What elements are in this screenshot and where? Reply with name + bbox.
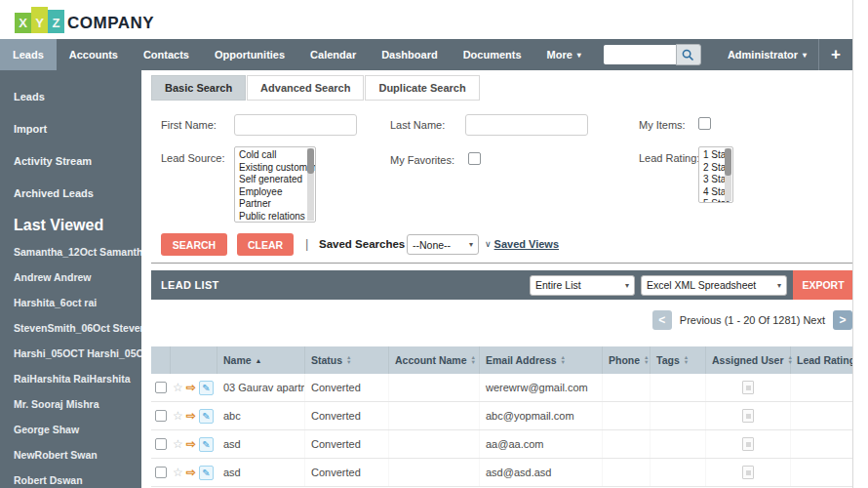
table-body: ☆ ⇨ ✎ 03 Gaurav apartment Converted were…: [151, 374, 852, 487]
panel-divider: [151, 263, 852, 264]
export-range-select[interactable]: Entire List ▾: [530, 275, 635, 296]
lead-source-listbox[interactable]: Cold callExisting customerSelf generated…: [234, 146, 316, 223]
user-menu[interactable]: Administrator ▾: [716, 39, 818, 70]
convert-lead-icon[interactable]: ⇨: [186, 437, 196, 451]
nav-item[interactable]: Opportunities: [202, 39, 297, 70]
lead-source-option[interactable]: Public relations: [239, 211, 315, 224]
saved-views-link[interactable]: ∨ Saved Views: [485, 238, 559, 250]
column-header-lead-rating[interactable]: Lead Rating ▲▼: [791, 346, 852, 374]
pagination: < Previous (1 - 20 Of 1281) Next >: [652, 310, 852, 330]
nav-item[interactable]: Accounts: [57, 39, 131, 70]
column-header-account-name[interactable]: Account Name ▲▼: [389, 346, 480, 374]
quick-create-button[interactable]: +: [819, 39, 852, 70]
cell-email[interactable]: aa@aa.com: [480, 430, 603, 458]
sort-ascending-icon: ▲: [256, 357, 262, 364]
last-viewed-item[interactable]: Harshita_6oct rai: [0, 290, 141, 315]
actions-column: [171, 346, 217, 374]
next-label[interactable]: Next: [803, 314, 825, 326]
search-button[interactable]: [676, 44, 701, 65]
navbar-right: Administrator ▾ +: [716, 39, 852, 70]
last-viewed-item[interactable]: NewRobert Swan: [0, 442, 141, 468]
nav-item-more[interactable]: More ▾: [534, 39, 594, 70]
nav-item[interactable]: Leads: [0, 39, 57, 70]
export-button[interactable]: EXPORT: [793, 270, 852, 300]
sort-icon: ▲▼: [471, 355, 476, 365]
last-viewed-item[interactable]: RaiHarshita RaiHarshita: [0, 366, 141, 391]
search-tab[interactable]: Advanced Search: [247, 75, 364, 101]
lead-source-option[interactable]: Cold call: [239, 149, 315, 162]
column-header-name[interactable]: Name ▲: [217, 346, 305, 374]
search-tab[interactable]: Basic Search: [151, 75, 246, 101]
favorite-star-icon[interactable]: ☆: [173, 381, 183, 394]
lead-rating-listbox[interactable]: 1 Star2 Star3 Star4 Star5 Star: [698, 146, 733, 203]
column-header-email-address[interactable]: Email Address ▲▼: [480, 346, 603, 374]
row-checkbox[interactable]: [155, 467, 167, 478]
previous-page-button[interactable]: <: [652, 310, 672, 330]
last-viewed-item[interactable]: StevenSmith_06Oct StevenS...: [0, 315, 141, 341]
last-name-input[interactable]: [465, 114, 588, 136]
sidebar-item[interactable]: Import: [0, 112, 141, 144]
my-favorites-checkbox[interactable]: [468, 152, 481, 165]
favorite-star-icon[interactable]: ☆: [173, 409, 183, 423]
lead-source-option[interactable]: Self generated: [239, 174, 315, 186]
last-viewed-item[interactable]: Harshi_05OCT Harshi_05OCT: [0, 341, 141, 366]
convert-lead-icon[interactable]: ⇨: [186, 409, 196, 423]
search-tab[interactable]: Duplicate Search: [365, 75, 479, 101]
favorite-star-icon[interactable]: ☆: [173, 437, 183, 451]
edit-icon[interactable]: ✎: [199, 437, 214, 452]
chevron-down-icon: ▾: [625, 281, 629, 290]
sidebar-item[interactable]: Activity Stream: [0, 144, 141, 177]
nav-item[interactable]: Dashboard: [369, 39, 450, 70]
row-checkbox[interactable]: [155, 438, 167, 450]
edit-icon[interactable]: ✎: [199, 381, 214, 395]
last-viewed-item[interactable]: Mr. Sooraj Mishra: [0, 391, 141, 417]
lead-source-option[interactable]: Employee: [239, 186, 315, 199]
search-submit-button[interactable]: SEARCH: [161, 233, 227, 256]
row-checkbox[interactable]: [155, 382, 167, 393]
top-header: X Y Z COMPANY: [0, 0, 852, 39]
listbox-scrollbar[interactable]: [725, 148, 731, 201]
row-actions: ☆ ⇨ ✎: [171, 374, 217, 401]
cell-email[interactable]: werewrw@gmail.com: [480, 374, 603, 401]
my-items-checkbox[interactable]: [698, 117, 711, 130]
company-logo[interactable]: X Y Z COMPANY: [15, 7, 154, 33]
lead-source-label: Lead Source:: [161, 152, 224, 164]
convert-lead-icon[interactable]: ⇨: [186, 381, 196, 394]
global-search-input[interactable]: [604, 45, 676, 64]
cell-email[interactable]: asd@asd.asd: [480, 459, 603, 486]
cell-email[interactable]: abc@yopmail.com: [480, 402, 603, 429]
last-viewed-item[interactable]: Andrew Andrew: [0, 264, 141, 290]
cell-name[interactable]: asd: [217, 459, 305, 486]
column-header-assigned-user[interactable]: Assigned User ▲▼: [706, 346, 791, 374]
column-header-tags[interactable]: Tags ▲▼: [651, 346, 706, 374]
listbox-scrollbar[interactable]: [307, 148, 314, 221]
sidebar-item[interactable]: Archived Leads: [0, 177, 141, 209]
clear-button[interactable]: CLEAR: [237, 233, 294, 256]
edit-icon[interactable]: ✎: [199, 466, 214, 480]
lead-source-option[interactable]: Existing customer: [239, 162, 315, 175]
column-header-phone[interactable]: Phone ▲▼: [603, 346, 651, 374]
chevron-down-icon: ∨: [485, 239, 492, 249]
edit-icon[interactable]: ✎: [199, 409, 214, 424]
last-viewed-item[interactable]: Samantha_12Oct Samantha_1...: [0, 239, 141, 264]
nav-item[interactable]: Documents: [451, 39, 534, 70]
last-viewed-item[interactable]: Robert Dswan: [0, 468, 141, 488]
saved-searches-select[interactable]: --None-- ▾: [407, 234, 479, 255]
nav-item[interactable]: Calendar: [297, 39, 369, 70]
export-format-select[interactable]: Excel XML Spreadsheet ▾: [641, 275, 787, 296]
previous-label[interactable]: Previous: [680, 314, 722, 326]
column-header-status[interactable]: Status ▲▼: [305, 346, 389, 374]
cell-name[interactable]: abc: [217, 402, 305, 429]
first-name-input[interactable]: [234, 114, 357, 136]
lead-source-option[interactable]: Partner: [239, 198, 315, 211]
last-viewed-item[interactable]: George Shaw: [0, 417, 141, 442]
sidebar-item[interactable]: Leads: [0, 80, 141, 112]
convert-lead-icon[interactable]: ⇨: [186, 466, 196, 479]
cell-name[interactable]: asd: [217, 430, 305, 458]
cell-name[interactable]: 03 Gaurav apartment: [217, 374, 305, 401]
row-checkbox[interactable]: [155, 410, 167, 422]
nav-item[interactable]: Contacts: [131, 39, 202, 70]
next-page-button[interactable]: >: [833, 310, 852, 330]
favorite-star-icon[interactable]: ☆: [173, 466, 183, 479]
search-icon: [682, 49, 694, 61]
